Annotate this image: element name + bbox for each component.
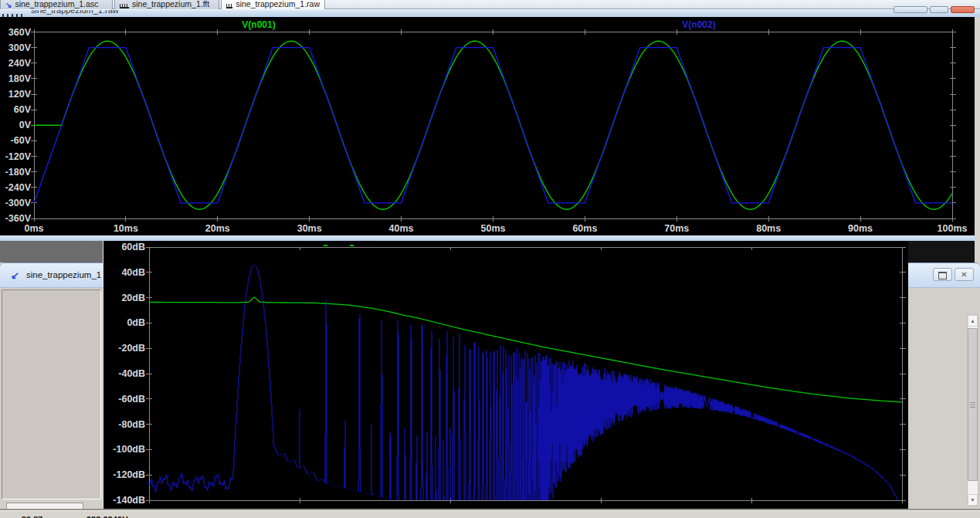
x-axis-tick-label: 70ms [653, 222, 700, 235]
mdi-background-left [0, 241, 103, 262]
fft-y-axis-tick-label: -80dB [105, 418, 145, 431]
status-bar: -86.87 933.9346Hz [0, 510, 980, 518]
waveform-plot-area[interactable]: 360V300V240V180V120V60V0V-60V-120V-180V-… [0, 17, 975, 235]
restore-button[interactable] [933, 268, 952, 281]
fft-y-axis-tick-label: 40dB [105, 266, 145, 279]
fft-y-axis-tick-label: -140dB [105, 494, 145, 506]
x-axis-tick-label: 60ms [561, 222, 608, 235]
close-button[interactable] [951, 6, 975, 13]
fft-window: 60dB40dB20dB0dB-20dB-40dB-60dB-80dB-100d… [103, 241, 908, 510]
status-readout-freq: 933.9346Hz [86, 515, 132, 518]
y-axis-tick-label: 240V [0, 57, 31, 69]
y-axis-tick-label: 0V [0, 119, 31, 131]
x-axis-tick-label: 80ms [745, 222, 792, 235]
scroll-down-button[interactable]: ▼ [968, 494, 978, 506]
minimize-button[interactable] [894, 6, 927, 13]
close-window-button[interactable]: ✕ [955, 268, 974, 281]
y-axis-tick-label: 60V [0, 103, 31, 116]
x-axis-tick-label: 30ms [287, 222, 333, 235]
fft-y-axis-tick-label: -20dB [105, 342, 145, 354]
window-controls [892, 6, 977, 14]
schematic-title: sine_trappezium_1 [26, 270, 101, 279]
y-axis-tick-label: 360V [0, 26, 31, 39]
tab-label: sine_trappezium_1.asc [15, 0, 98, 8]
tab-schematic-asc[interactable]: ↘ sine_trappezium_1.asc [0, 0, 113, 9]
schematic-arrow-icon: ↘ [5, 2, 12, 8]
ltspice-schematic-icon: ↙ [11, 269, 19, 281]
x-axis-tick-label: 20ms [195, 222, 241, 235]
fft-y-axis-tick-label: 0dB [105, 317, 145, 329]
fft-y-axis-tick-label: -100dB [105, 443, 145, 455]
tab-fft[interactable]: sine_trappezium_1.fft [114, 0, 219, 9]
waveform-window: V(n001) V(n002) 360V300V240V180V120V60V0… [0, 17, 975, 235]
fft-y-axis-tick-label: 20dB [105, 292, 145, 304]
x-axis-tick-label: 0ms [11, 222, 57, 235]
y-axis-tick-label: -240V [0, 181, 31, 194]
fft-y-axis-tick-label: -40dB [105, 367, 145, 380]
fft-y-axis-tick-label: -60dB [105, 393, 145, 405]
x-axis-tick-label: 50ms [470, 222, 517, 235]
fft-y-axis-tick-label: 60dB [105, 241, 145, 253]
x-axis-tick-label: 100ms [929, 222, 975, 235]
y-axis-tick-label: 180V [0, 73, 31, 85]
y-axis-tick-label: -60V [0, 134, 31, 147]
ltspice-application: { "tabs": [ {"label": "sine_trappezium_1… [0, 0, 980, 518]
waveform-comb-icon [120, 1, 129, 8]
y-axis-tick-label: -180V [0, 166, 31, 178]
tab-bar: ↘ sine_trappezium_1.asc sine_trappezium_… [0, 0, 980, 9]
window-bottom-edge [0, 235, 975, 241]
tab-label: sine_trappezium_1.fft [132, 0, 209, 8]
waveform-comb-icon [2, 11, 22, 17]
window-titlebar[interactable]: sine_trappezium_1.raw [0, 9, 980, 17]
x-axis-tick-label: 10ms [103, 222, 149, 235]
y-axis-tick-label: 120V [0, 88, 31, 100]
tab-label: sine_trappezium_1.raw [236, 0, 320, 8]
scrollbar-thumb[interactable] [968, 328, 978, 481]
waveform-comb-icon [226, 1, 232, 8]
fft-plot-area[interactable]: 60dB40dB20dB0dB-20dB-40dB-60dB-80dB-100d… [103, 241, 908, 510]
maximize-button[interactable] [930, 6, 948, 13]
status-readout-db: -86.87 [19, 515, 42, 518]
mdi-background-right [908, 241, 975, 262]
restore-icon [938, 272, 947, 279]
y-axis-tick-label: -300V [0, 197, 31, 209]
x-axis-tick-label: 40ms [378, 222, 425, 235]
vertical-scrollbar[interactable]: ▲ ▼ [967, 314, 978, 506]
x-axis-tick-label: 90ms [837, 222, 883, 235]
fft-y-axis-tick-label: -120dB [105, 469, 145, 481]
titlebar-title: sine_trappezium_1.raw [31, 9, 119, 15]
scroll-up-button[interactable]: ▲ [968, 315, 978, 327]
tab-raw[interactable]: sine_trappezium_1.raw [221, 0, 325, 9]
schematic-canvas[interactable] [2, 289, 101, 499]
thumb-grip-icon [970, 402, 975, 408]
y-axis-tick-label: 300V [0, 42, 31, 54]
y-axis-tick-label: -120V [0, 151, 31, 163]
